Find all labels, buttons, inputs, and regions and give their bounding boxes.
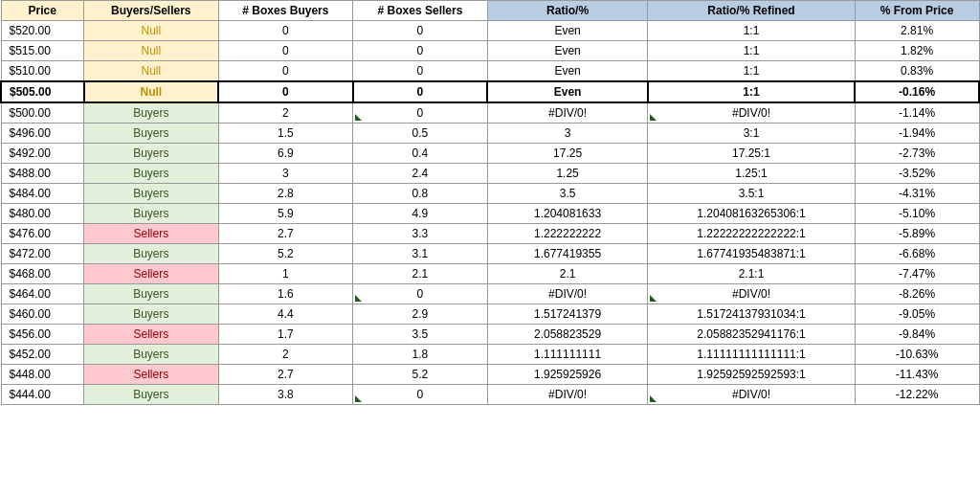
cell-ratio: 3.5: [487, 184, 648, 204]
cell-buyers-sellers: Buyers: [84, 144, 219, 164]
cell-ratio-refined: 1.92592592592593:1: [648, 365, 855, 385]
cell-boxes-sellers: 0.8: [353, 184, 488, 204]
cell-boxes-sellers: 0: [353, 41, 488, 61]
cell-boxes-sellers: 3.5: [353, 325, 488, 345]
cell-ratio-refined: 1.67741935483871:1: [648, 244, 855, 264]
cell-ratio: Even: [487, 81, 648, 102]
cell-from-price: 0.83%: [855, 61, 979, 82]
table-row: $492.00Buyers6.90.417.2517.25:1-2.73%: [1, 144, 979, 164]
cell-price: $488.00: [1, 164, 84, 184]
cell-from-price: -5.89%: [855, 224, 979, 244]
table-row: $488.00Buyers32.41.251.25:1-3.52%: [1, 164, 979, 184]
table-row: $472.00Buyers5.23.11.6774193551.67741935…: [1, 244, 979, 264]
table-row: $460.00Buyers4.42.91.5172413791.51724137…: [1, 304, 979, 325]
cell-ratio-refined: 1:1: [648, 21, 855, 41]
cell-from-price: -0.16%: [855, 81, 979, 102]
cell-buyers-sellers: Buyers: [84, 345, 219, 365]
cell-boxes-sellers: 4.9: [353, 204, 488, 224]
cell-ratio-refined: 1.22222222222222:1: [648, 224, 855, 244]
cell-ratio-refined: 1.20408163265306:1: [648, 204, 855, 224]
cell-ratio: 17.25: [487, 144, 648, 164]
cell-buyers-sellers: Sellers: [84, 325, 219, 345]
cell-ratio: #DIV/0!: [487, 385, 648, 405]
cell-boxes-buyers: 1.6: [218, 284, 353, 304]
cell-price: $448.00: [1, 365, 84, 385]
col-header-boxes-buyers: # Boxes Buyers: [218, 1, 353, 21]
cell-ratio: 1.25: [487, 164, 648, 184]
cell-price: $492.00: [1, 144, 84, 164]
cell-from-price: -8.26%: [855, 284, 979, 304]
table-row: $505.00Null00Even1:1-0.16%: [1, 81, 979, 102]
cell-ratio: Even: [487, 61, 648, 82]
cell-boxes-sellers: 2.1: [353, 264, 488, 284]
cell-price: $484.00: [1, 184, 84, 204]
cell-boxes-sellers: 2.4: [353, 164, 488, 184]
cell-ratio-refined: 1:1: [648, 61, 855, 82]
cell-ratio: 1.222222222: [487, 224, 648, 244]
table-row: $468.00Sellers12.12.12.1:1-7.47%: [1, 264, 979, 284]
cell-boxes-sellers: 2.9: [353, 304, 488, 325]
cell-boxes-sellers: 3.3: [353, 224, 488, 244]
cell-buyers-sellers: Buyers: [84, 124, 219, 144]
cell-buyers-sellers: Buyers: [84, 385, 219, 405]
col-header-ratio-refined: Ratio/% Refined: [648, 1, 855, 21]
cell-from-price: 2.81%: [855, 21, 979, 41]
cell-ratio: #DIV/0!: [487, 102, 648, 124]
cell-from-price: -4.31%: [855, 184, 979, 204]
cell-ratio-refined: 2.05882352941176:1: [648, 325, 855, 345]
cell-ratio: 1.111111111: [487, 345, 648, 365]
cell-boxes-buyers: 1.5: [218, 124, 353, 144]
cell-buyers-sellers: Sellers: [84, 365, 219, 385]
cell-boxes-buyers: 0: [218, 41, 353, 61]
cell-from-price: -11.43%: [855, 365, 979, 385]
cell-boxes-buyers: 3: [218, 164, 353, 184]
cell-ratio: 2.058823529: [487, 325, 648, 345]
table-row: $500.00Buyers20#DIV/0!#DIV/0!-1.14%: [1, 102, 979, 124]
cell-ratio: 3: [487, 124, 648, 144]
table-row: $496.00Buyers1.50.533:1-1.94%: [1, 124, 979, 144]
cell-boxes-sellers: 1.8: [353, 345, 488, 365]
table-row: $448.00Sellers2.75.21.9259259261.9259259…: [1, 365, 979, 385]
cell-boxes-sellers: 5.2: [353, 365, 488, 385]
cell-ratio-refined: 1:1: [648, 41, 855, 61]
cell-ratio-refined: 2.1:1: [648, 264, 855, 284]
cell-ratio: 1.204081633: [487, 204, 648, 224]
cell-from-price: -9.05%: [855, 304, 979, 325]
cell-buyers-sellers: Null: [84, 81, 219, 102]
main-table-container: Price Buyers/Sellers # Boxes Buyers # Bo…: [0, 0, 980, 405]
cell-boxes-buyers: 4.4: [218, 304, 353, 325]
cell-from-price: -12.22%: [855, 385, 979, 405]
cell-buyers-sellers: Buyers: [84, 102, 219, 124]
cell-boxes-sellers: 3.1: [353, 244, 488, 264]
cell-from-price: -6.68%: [855, 244, 979, 264]
cell-price: $520.00: [1, 21, 84, 41]
cell-boxes-sellers: 0: [353, 102, 488, 124]
cell-boxes-buyers: 2: [218, 345, 353, 365]
cell-boxes-buyers: 2: [218, 102, 353, 124]
table-row: $520.00Null00Even1:12.81%: [1, 21, 979, 41]
cell-boxes-buyers: 1.7: [218, 325, 353, 345]
cell-price: $460.00: [1, 304, 84, 325]
cell-price: $472.00: [1, 244, 84, 264]
col-header-from-price: % From Price: [855, 1, 979, 21]
cell-buyers-sellers: Null: [84, 41, 219, 61]
cell-boxes-sellers: 0.5: [353, 124, 488, 144]
cell-from-price: -1.14%: [855, 102, 979, 124]
cell-boxes-sellers: 0: [353, 61, 488, 82]
cell-buyers-sellers: Null: [84, 21, 219, 41]
cell-price: $496.00: [1, 124, 84, 144]
cell-from-price: -3.52%: [855, 164, 979, 184]
table-row: $480.00Buyers5.94.91.2040816331.20408163…: [1, 204, 979, 224]
cell-ratio-refined: 3.5:1: [648, 184, 855, 204]
cell-ratio-refined: 17.25:1: [648, 144, 855, 164]
header-row: Price Buyers/Sellers # Boxes Buyers # Bo…: [1, 1, 979, 21]
cell-price: $464.00: [1, 284, 84, 304]
cell-price: $452.00: [1, 345, 84, 365]
cell-boxes-sellers: 0: [353, 81, 488, 102]
cell-boxes-sellers: 0: [353, 21, 488, 41]
cell-boxes-buyers: 0: [218, 21, 353, 41]
cell-ratio: 1.925925926: [487, 365, 648, 385]
cell-ratio-refined: #DIV/0!: [648, 102, 855, 124]
cell-ratio-refined: #DIV/0!: [648, 385, 855, 405]
col-header-price: Price: [1, 1, 84, 21]
